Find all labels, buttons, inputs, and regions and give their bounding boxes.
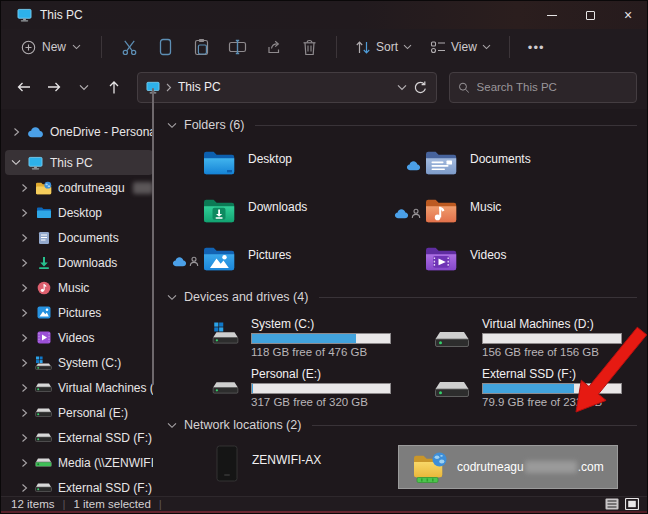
chevron-down-icon [167, 122, 177, 129]
status-separator: | [62, 498, 65, 510]
chevron-right-icon [13, 127, 20, 137]
chevron-right-icon [21, 458, 28, 468]
up-button[interactable] [101, 74, 127, 100]
back-button[interactable] [11, 74, 37, 100]
sidebar-item-system-c[interactable]: System (C:) [5, 350, 153, 375]
downloads-folder-icon [202, 195, 236, 225]
chevron-down-icon [403, 44, 412, 50]
window-title: This PC [40, 8, 83, 22]
copy-icon [158, 38, 173, 56]
sidebar-item-pictures[interactable]: Pictures [5, 300, 153, 325]
breadcrumb[interactable]: This PC [178, 80, 221, 94]
sidebar-item-external-ssd-f-clipped[interactable]: External SSD (F:) [5, 475, 153, 496]
drive-tile-external-ssd-f[interactable]: External SSD (F:) 79.9 GB free of 232 GB [391, 368, 641, 408]
address-dropdown-icon[interactable] [397, 84, 407, 91]
network-item-name-prefix: codrutneagu [457, 460, 524, 474]
sidebar-scrollbar[interactable] [152, 88, 154, 385]
sort-button[interactable]: Sort [347, 35, 420, 60]
network-tile-zenwifi[interactable]: ZENWIFI-AX [169, 445, 391, 489]
delete-button[interactable] [292, 32, 326, 62]
music-icon [37, 281, 51, 295]
sidebar-item-label: External SSD (F:) [58, 431, 152, 445]
sidebar-item-media-zenwifi[interactable]: Media (\\ZENWIFI-AX) ( [5, 450, 153, 475]
sidebar-item-user-folder[interactable]: codrutneagu [5, 175, 153, 200]
network-tile-selected-wrap: codrutneagu .com [391, 445, 641, 489]
drives-section-header[interactable]: Devices and drives (4) [167, 289, 641, 305]
view-button[interactable]: View [422, 35, 499, 59]
network-grid: ZENWIFI-AX [167, 445, 641, 489]
folder-tile-downloads[interactable]: Downloads [169, 195, 391, 231]
cut-button[interactable] [112, 32, 146, 62]
section-divider [255, 125, 637, 126]
share-icon [265, 39, 282, 55]
network-tile-selected[interactable]: codrutneagu .com [398, 445, 618, 489]
forward-button[interactable] [41, 74, 67, 100]
sidebar-item-label: Documents [58, 231, 119, 245]
close-button[interactable]: × [609, 1, 647, 29]
sidebar-item-desktop[interactable]: Desktop [5, 200, 153, 225]
drive-icon [35, 382, 52, 393]
drive-tile-virtual-machines-d[interactable]: Virtual Machines (D:) 156 GB free of 156… [391, 318, 641, 358]
paste-icon [193, 38, 210, 56]
drive-name: External SSD (F:) [482, 368, 622, 381]
sidebar-item-label: Videos [58, 331, 94, 345]
rename-button[interactable] [220, 32, 254, 62]
drive-tile-personal-e[interactable]: Personal (E:) 317 GB free of 320 GB [169, 368, 391, 408]
refresh-icon[interactable] [413, 80, 428, 95]
folder-tile-documents[interactable]: Documents [391, 147, 641, 183]
sidebar-item-videos[interactable]: Videos [5, 325, 153, 350]
new-button-label: New [42, 40, 66, 54]
folder-tile-pictures[interactable]: Pictures [169, 243, 391, 279]
folder-tile-desktop[interactable]: Desktop [169, 147, 391, 183]
sidebar-item-external-ssd-f[interactable]: External SSD (F:) [5, 425, 153, 450]
new-button[interactable]: New [11, 35, 91, 60]
toolbar-separator [101, 36, 102, 58]
address-bar[interactable]: This PC [137, 72, 437, 103]
system-drive-icon [212, 318, 239, 348]
share-button[interactable] [256, 32, 290, 62]
sidebar-item-onedrive[interactable]: OneDrive - Personal [5, 119, 153, 144]
folders-section-header[interactable]: Folders (6) [167, 117, 641, 133]
view-icon [430, 40, 446, 54]
onedrive-cloud-icon [27, 126, 44, 138]
folder-tile-videos[interactable]: Videos [391, 243, 641, 279]
recent-locations-button[interactable] [71, 74, 97, 100]
navigation-pane: OneDrive - Personal This PC codrutneagu … [1, 109, 157, 496]
sidebar-item-documents[interactable]: Documents [5, 225, 153, 250]
redacted-text [525, 461, 577, 473]
more-options-button[interactable]: ••• [520, 40, 553, 55]
sidebar-item-virtual-machines-d[interactable]: Virtual Machines (D:) [5, 375, 153, 400]
network-section-header[interactable]: Network locations (2) [167, 417, 641, 433]
media-drive-icon [35, 457, 52, 468]
sidebar-item-label: External SSD (F:) [58, 481, 152, 495]
sidebar-item-music[interactable]: Music [5, 275, 153, 300]
videos-icon [37, 331, 51, 344]
section-title: Folders (6) [184, 118, 244, 132]
chevron-down-icon [167, 294, 177, 301]
search-box[interactable] [449, 72, 637, 103]
sidebar-item-personal-e[interactable]: Personal (E:) [5, 400, 153, 425]
person-status-icon [411, 208, 421, 219]
sidebar-item-downloads[interactable]: Downloads [5, 250, 153, 275]
person-status-icon [189, 256, 199, 267]
sidebar-item-this-pc[interactable]: This PC [5, 150, 153, 175]
paste-button[interactable] [184, 32, 218, 62]
chevron-right-icon [21, 308, 28, 318]
copy-button[interactable] [148, 32, 182, 62]
documents-folder-icon [424, 147, 458, 177]
minimize-icon [547, 15, 557, 16]
drive-tile-system-c[interactable]: System (C:) 118 GB free of 476 GB [169, 318, 391, 358]
chevron-down-icon [482, 44, 491, 50]
chevron-down-icon [72, 44, 81, 50]
cloud-status-icon [394, 208, 409, 219]
minimize-button[interactable] [533, 1, 571, 29]
section-divider [312, 425, 637, 426]
chevron-right-icon [21, 258, 28, 268]
folder-tile-music[interactable]: Music [391, 195, 641, 231]
search-input[interactable] [477, 81, 628, 93]
command-bar: New [1, 29, 647, 65]
icons-view-toggle-active[interactable] [625, 498, 639, 510]
details-view-toggle[interactable] [605, 498, 619, 510]
drive-name: System (C:) [251, 318, 391, 331]
maximize-button[interactable] [571, 1, 609, 29]
